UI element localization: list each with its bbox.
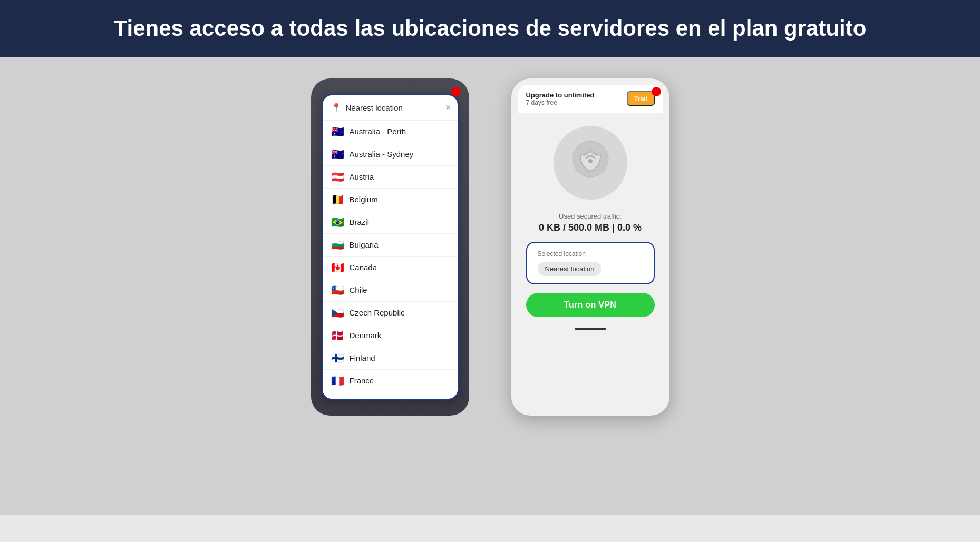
upgrade-text: Upgrade to unlimited bbox=[526, 91, 595, 99]
location-list-item[interactable]: 🇧🇪Belgium bbox=[323, 189, 458, 211]
country-name: Chile bbox=[350, 285, 367, 294]
location-list-item[interactable]: 🇧🇷Brazil bbox=[323, 211, 458, 234]
location-list-item[interactable]: 🇫🇷France bbox=[323, 370, 458, 392]
country-flag: 🇦🇹 bbox=[331, 172, 344, 182]
location-list-item[interactable]: 🇨🇿Czech Republic bbox=[323, 302, 458, 324]
location-list[interactable]: 🇦🇺Australia - Perth🇦🇺Australia - Sydney🇦… bbox=[323, 121, 458, 398]
location-list-item[interactable]: 🇨🇱Chile bbox=[323, 279, 458, 302]
location-list-item[interactable]: 🇩🇰Denmark bbox=[323, 324, 458, 347]
trial-button[interactable]: Trial bbox=[627, 91, 655, 106]
turn-on-vpn-button[interactable]: Turn on VPN bbox=[526, 293, 655, 317]
country-flag: 🇩🇰 bbox=[331, 330, 344, 341]
vpn-header: Upgrade to unlimited 7 days free Trial bbox=[518, 85, 663, 113]
country-name: Denmark bbox=[350, 331, 382, 340]
vpn-body: Used secured traffic: 0 KB / 500.0 MB | … bbox=[518, 113, 663, 409]
location-list-item[interactable]: 🇧🇬Bulgaria bbox=[323, 234, 458, 257]
location-list-item[interactable]: 🇦🇺Australia - Perth bbox=[323, 121, 458, 143]
country-flag: 🇫🇮 bbox=[331, 353, 344, 363]
country-name: Brazil bbox=[350, 218, 370, 226]
country-name: France bbox=[350, 376, 374, 385]
main-content: 📍 Nearest location × 🇦🇺Australia - Perth… bbox=[0, 57, 980, 515]
country-flag: 🇧🇷 bbox=[331, 217, 344, 228]
country-flag: 🇫🇷 bbox=[331, 376, 344, 386]
country-name: Bulgaria bbox=[350, 240, 379, 249]
banner-text: Tienes acceso a todas las ubicaciones de… bbox=[114, 16, 867, 41]
right-phone-inner: Upgrade to unlimited 7 days free Trial bbox=[518, 85, 663, 409]
location-list-item[interactable]: 🇦🇹Austria bbox=[323, 166, 458, 189]
country-flag: 🇨🇦 bbox=[331, 262, 344, 273]
location-list-item[interactable]: 🇨🇦Canada bbox=[323, 257, 458, 279]
banner: Tienes acceso a todas las ubicaciones de… bbox=[0, 0, 980, 57]
country-name: Finland bbox=[350, 353, 375, 362]
country-name: Austria bbox=[350, 172, 374, 181]
close-button[interactable]: × bbox=[445, 103, 451, 112]
right-phone: Upgrade to unlimited 7 days free Trial bbox=[511, 78, 669, 416]
country-name: Australia - Perth bbox=[350, 127, 406, 136]
right-phone-red-dot bbox=[652, 87, 661, 96]
traffic-label: Used secured traffic: bbox=[539, 212, 642, 220]
country-flag: 🇧🇪 bbox=[331, 194, 344, 205]
svg-point-1 bbox=[588, 159, 593, 163]
pin-icon: 📍 bbox=[331, 103, 342, 113]
phones-container: 📍 Nearest location × 🇦🇺Australia - Perth… bbox=[311, 78, 669, 416]
traffic-value: 0 KB / 500.0 MB | 0.0 % bbox=[539, 222, 642, 233]
location-list-item[interactable]: 🇦🇺Australia - Sydney bbox=[323, 143, 458, 166]
selected-location-box[interactable]: Selected location Nearest location bbox=[526, 242, 655, 284]
days-free-text: 7 days free bbox=[526, 99, 595, 106]
traffic-info: Used secured traffic: 0 KB / 500.0 MB | … bbox=[539, 212, 642, 233]
location-popup: 📍 Nearest location × 🇦🇺Australia - Perth… bbox=[322, 94, 459, 400]
country-flag: 🇨🇱 bbox=[331, 285, 344, 295]
country-flag: 🇦🇺 bbox=[331, 126, 344, 137]
country-flag: 🇨🇿 bbox=[331, 308, 344, 318]
location-popup-header: 📍 Nearest location × bbox=[323, 95, 458, 121]
left-phone: 📍 Nearest location × 🇦🇺Australia - Perth… bbox=[311, 78, 469, 416]
country-name: Canada bbox=[350, 263, 377, 272]
nearest-location-pill: Nearest location bbox=[538, 262, 602, 276]
country-flag: 🇧🇬 bbox=[331, 240, 344, 250]
country-name: Belgium bbox=[350, 195, 378, 204]
vpn-shield-circle bbox=[554, 126, 627, 200]
vpn-header-left: Upgrade to unlimited 7 days free bbox=[526, 91, 595, 106]
home-indicator bbox=[575, 328, 606, 330]
location-list-item[interactable]: 🇩🇪Germany bbox=[323, 392, 458, 398]
selected-location-label: Selected location bbox=[538, 250, 643, 258]
country-flag: 🇦🇺 bbox=[331, 149, 344, 160]
nearest-location-label: Nearest location bbox=[346, 103, 403, 112]
vpn-shield-icon bbox=[572, 141, 609, 184]
country-name: Czech Republic bbox=[350, 308, 405, 317]
left-phone-red-dot bbox=[451, 87, 461, 96]
location-list-item[interactable]: 🇫🇮Finland bbox=[323, 347, 458, 370]
country-name: Australia - Sydney bbox=[350, 150, 414, 159]
